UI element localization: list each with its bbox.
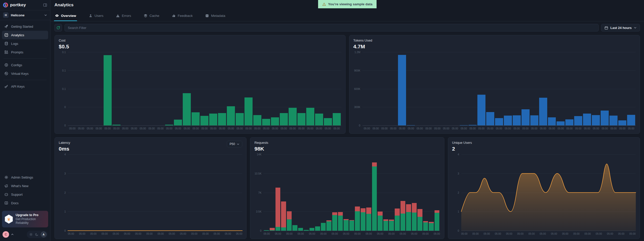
- bar: [236, 52, 244, 125]
- key-icon: [4, 84, 8, 88]
- sidebar-item-configs[interactable]: Configs: [2, 61, 48, 69]
- y-axis: 43210: [59, 154, 68, 231]
- sidebar-item-prompts[interactable]: Prompts: [2, 48, 48, 56]
- unique-users-chart: 4321005:0005:0005:0005:0005:0005:0005:00…: [452, 154, 636, 237]
- y-tick: 1.2M: [354, 51, 360, 54]
- x-tick: 05:00: [180, 232, 186, 235]
- bar: [192, 52, 200, 125]
- search-input[interactable]: [65, 24, 599, 31]
- logo-text: portkey: [10, 3, 26, 8]
- crown-hexagon-icon: ♛: [5, 215, 13, 224]
- chart-title: Unique Users: [452, 141, 472, 145]
- workspace-name: Helicone: [11, 13, 42, 17]
- y-axis: 1.2M900K600K300K0: [353, 52, 362, 125]
- y-tick: 2: [64, 191, 66, 194]
- y-tick: 1: [64, 210, 66, 213]
- sidebar-bottom-nav: Admin Settings What's New Support Docs: [0, 171, 50, 209]
- sidebar-item-label: Virtual Keys: [11, 72, 28, 76]
- workspace-selector[interactable]: H Helicone: [0, 10, 50, 20]
- x-tick: 05:00: [422, 232, 428, 235]
- x-tick: 05:00: [213, 232, 220, 235]
- bar: [609, 52, 618, 125]
- chevron-down-icon: [237, 143, 239, 146]
- x-tick: 05:00: [551, 232, 557, 235]
- y-tick: 0: [458, 229, 459, 232]
- tab-errors[interactable]: Errors: [116, 10, 131, 21]
- bar: [271, 52, 279, 125]
- x-tick: 05:00: [607, 232, 613, 235]
- y-tick: 0: [260, 229, 262, 232]
- percentile-select[interactable]: P50: [227, 141, 242, 147]
- plot-area: [263, 154, 440, 231]
- x-tick: 05:00: [424, 127, 433, 130]
- sun-icon[interactable]: [29, 233, 33, 236]
- tab-overview[interactable]: Overview: [55, 10, 76, 21]
- tab-metadata[interactable]: Metadata: [205, 10, 225, 21]
- bar: [315, 154, 320, 231]
- x-tick: 05:00: [157, 127, 165, 130]
- eye-icon: [55, 14, 59, 18]
- theme-auto-button[interactable]: A: [41, 232, 46, 237]
- bars: [264, 154, 439, 231]
- moon-icon[interactable]: [35, 233, 39, 236]
- bar: [433, 52, 441, 125]
- metadata-icon: [205, 14, 209, 18]
- sidebar-collapse-icon[interactable]: [43, 3, 47, 7]
- sidebar-item-getting-started[interactable]: Getting Started: [2, 22, 48, 31]
- bar: [372, 52, 380, 125]
- x-tick: 05:00: [585, 232, 591, 235]
- bar: [495, 52, 503, 125]
- time-range-selector[interactable]: Last 24 hours: [601, 24, 640, 31]
- y-tick: 4: [458, 153, 459, 156]
- sidebar-item-label: What's New: [11, 184, 28, 188]
- tokens-used-card: Tokens Used 4.7M 1.2M900K600K300K005:000…: [349, 35, 640, 134]
- sidebar-item-api-keys[interactable]: API Keys: [2, 82, 48, 91]
- bar: [121, 52, 129, 125]
- bar: [417, 154, 422, 231]
- sidebar-item-admin-settings[interactable]: Admin Settings: [2, 173, 48, 182]
- bar: [280, 52, 288, 125]
- x-tick: 05:00: [562, 232, 568, 235]
- bar: [389, 154, 394, 231]
- bar: [504, 52, 512, 125]
- rocket-icon: [4, 24, 8, 28]
- tab-users[interactable]: Users: [89, 10, 103, 21]
- x-tick: 05:00: [451, 127, 459, 130]
- avatar[interactable]: C: [3, 231, 9, 238]
- sidebar-item-virtual-keys[interactable]: Virtual Keys: [2, 69, 48, 78]
- plot-area: [68, 154, 242, 231]
- upgrade-to-pro-card[interactable]: ♛ Upgrade to Pro Get Production Reliabil…: [2, 211, 48, 227]
- sidebar-item-label: Support: [11, 193, 23, 196]
- x-tick: 05:00: [169, 232, 175, 235]
- x-tick: 05:00: [400, 232, 406, 235]
- requests-chart: 14K10.5K7K3.5K005:0005:0005:0005:0005:00…: [254, 154, 440, 237]
- sidebar-item-docs[interactable]: Docs: [2, 199, 48, 207]
- bar: [292, 154, 297, 231]
- logo-row: ❯ portkey: [0, 0, 50, 10]
- x-tick: 05:00: [183, 127, 191, 130]
- x-tick: 05:00: [165, 127, 173, 130]
- sidebar-item-whats-new[interactable]: What's New: [2, 182, 48, 190]
- chevron-up-icon[interactable]: [11, 233, 14, 236]
- bar: [218, 52, 226, 125]
- x-tick: 05:00: [574, 127, 582, 130]
- cost-card: Cost $0.5 0.10.10.10005:0005:0005:0005:0…: [54, 35, 346, 134]
- bar: [423, 154, 428, 231]
- bar: [366, 154, 371, 231]
- x-tick: 05:00: [477, 127, 485, 130]
- sidebar-item-support[interactable]: Support: [2, 190, 48, 199]
- sidebar-item-logs[interactable]: Logs: [2, 39, 48, 48]
- x-tick: 05:00: [331, 232, 338, 235]
- tab-cache[interactable]: Cache: [144, 10, 159, 21]
- logs-icon: [4, 42, 8, 46]
- x-tick: 05:00: [398, 127, 406, 130]
- x-tick: 05:00: [601, 127, 609, 130]
- x-tick: 05:00: [461, 232, 468, 235]
- x-tick: 05:00: [442, 127, 450, 130]
- x-axis: 05:0005:0005:0005:0005:0005:0005:0005:00…: [68, 231, 242, 237]
- sidebar-item-analytics[interactable]: Analytics: [2, 31, 48, 39]
- refresh-button[interactable]: [54, 24, 62, 31]
- tab-feedback[interactable]: Feedback: [172, 10, 193, 21]
- x-tick: 05:00: [113, 232, 119, 235]
- tab-label: Errors: [122, 14, 131, 18]
